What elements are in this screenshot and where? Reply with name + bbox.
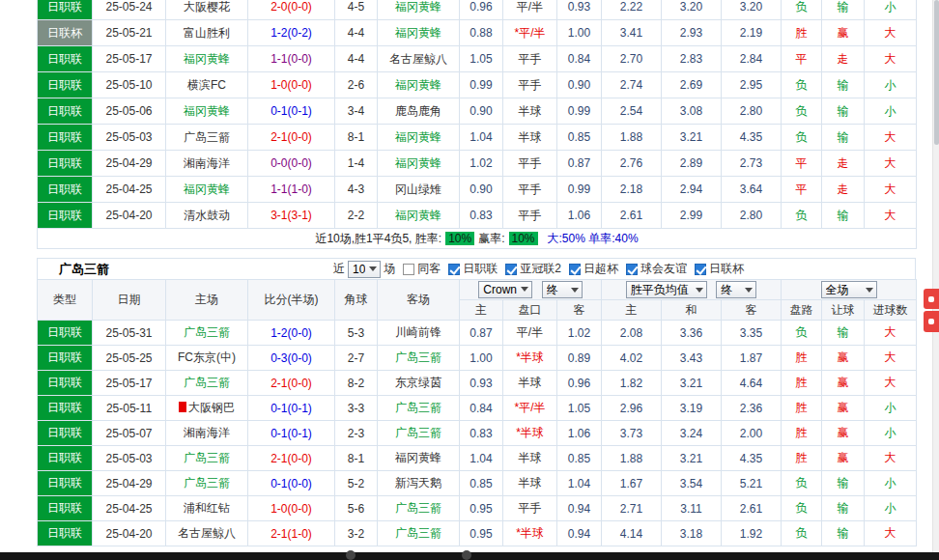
euro-home-odds: 1.88 bbox=[602, 446, 662, 471]
taskbar[interactable] bbox=[0, 552, 939, 560]
home-team[interactable]: 名古屋鲸八 bbox=[166, 521, 248, 546]
home-team[interactable]: 湘南海洋 bbox=[166, 151, 248, 177]
away-team[interactable]: 东京绿茵 bbox=[378, 371, 460, 396]
team2-recent-matches-table: 类型 日期 主场 比分(半场) 角球 客场 Crown 终 胜平负均值 终 全场 bbox=[37, 279, 917, 546]
league-filter-checkbox-leaguecup[interactable] bbox=[695, 264, 706, 275]
asian-handicap: 平手 bbox=[503, 46, 557, 72]
home-team[interactable]: 广岛三箭 bbox=[166, 446, 248, 471]
taskbar-icon[interactable] bbox=[462, 550, 471, 560]
away-team[interactable]: 广岛三箭 bbox=[378, 396, 460, 421]
away-team[interactable]: 福冈黄蜂 bbox=[378, 72, 460, 98]
match-score: 1-2(0-2) bbox=[248, 20, 335, 46]
away-team[interactable]: 福冈黄蜂 bbox=[378, 151, 460, 177]
asian-handicap: *半球 bbox=[503, 346, 557, 371]
home-team[interactable]: 福冈黄蜂 bbox=[166, 46, 248, 72]
euro-mean-select[interactable]: 胜平负均值 bbox=[626, 281, 707, 298]
handicap-result: 胜 bbox=[782, 396, 822, 421]
league-filter-checkbox-acl2[interactable] bbox=[505, 264, 517, 275]
away-team[interactable]: 冈山绿雉 bbox=[378, 177, 460, 203]
handicap-result: 胜 bbox=[782, 346, 822, 371]
home-team[interactable]: 福冈黄蜂 bbox=[166, 98, 248, 125]
away-team[interactable]: 新泻天鹅 bbox=[378, 471, 460, 496]
home-team[interactable]: 广岛三箭 bbox=[166, 471, 248, 496]
subcol-goals: 进球数 bbox=[865, 300, 917, 321]
asian-home-odds: 0.83 bbox=[460, 203, 503, 229]
away-team[interactable]: 福冈黄蜂 bbox=[378, 0, 460, 20]
away-team[interactable]: 福冈黄蜂 bbox=[378, 203, 460, 229]
home-team[interactable]: 广岛三箭 bbox=[166, 125, 248, 151]
asian-home-odds: 1.02 bbox=[460, 151, 503, 177]
asian-away-odds: 0.85 bbox=[557, 125, 602, 151]
col-date: 日期 bbox=[93, 280, 166, 321]
league-filter-label: 球会友谊 bbox=[640, 261, 687, 277]
match-date: 25-05-17 bbox=[93, 371, 166, 396]
league-filter-label: 日联杯 bbox=[709, 261, 744, 277]
league-badge: 日职联 bbox=[38, 72, 93, 98]
away-team[interactable]: 广岛三箭 bbox=[378, 496, 460, 521]
home-team[interactable]: FC东京(中) bbox=[166, 346, 248, 371]
league-badge: 日职联 bbox=[38, 203, 93, 229]
goals-result: 大 bbox=[865, 125, 917, 151]
match-count-select[interactable]: 10 bbox=[348, 261, 381, 278]
home-team[interactable]: 广岛三箭 bbox=[166, 321, 248, 346]
giveball-result: 输 bbox=[822, 125, 865, 151]
league-badge: 日职联 bbox=[38, 321, 93, 346]
match-row: 日职联25-05-31广岛三箭1-2(0-0)5-3川崎前锋0.87平/半1.0… bbox=[38, 321, 917, 346]
summary-row: 近10场,胜1平4负5, 胜率:10%赢率:10%大:50% 单率:40% bbox=[38, 229, 917, 249]
home-team[interactable]: 大阪樱花 bbox=[166, 0, 248, 20]
goals-result: 大 bbox=[865, 20, 917, 46]
euro-home-odds: 3.73 bbox=[602, 421, 662, 446]
home-team[interactable]: 湘南海洋 bbox=[166, 421, 248, 446]
league-badge: 日职联 bbox=[38, 496, 93, 521]
euro-away-odds: 2.84 bbox=[722, 46, 782, 72]
goals-result: 大 bbox=[865, 446, 917, 471]
chevron-down-icon bbox=[571, 288, 579, 293]
away-team[interactable]: 鹿岛鹿角 bbox=[378, 98, 460, 125]
floating-widget-bottom[interactable] bbox=[924, 311, 939, 332]
giveball-result: 输 bbox=[822, 72, 865, 98]
same-away-checkbox[interactable] bbox=[403, 264, 414, 275]
euro-home-odds: 2.70 bbox=[602, 46, 662, 72]
away-team[interactable]: 广岛三箭 bbox=[378, 421, 460, 446]
away-team[interactable]: 福冈黄蜂 bbox=[378, 446, 460, 471]
away-team[interactable]: 福冈黄蜂 bbox=[378, 125, 460, 151]
scrollbar-thumb[interactable] bbox=[934, 0, 939, 145]
away-team[interactable]: 名古屋鲸八 bbox=[378, 46, 460, 72]
handicap-result: 平 bbox=[782, 177, 822, 203]
page-scrollbar[interactable] bbox=[932, 0, 939, 560]
away-team[interactable]: 广岛三箭 bbox=[378, 521, 460, 546]
euro-draw-odds: 3.24 bbox=[662, 421, 722, 446]
home-team[interactable]: 福冈黄蜂 bbox=[166, 177, 248, 203]
col-corner: 角球 bbox=[335, 280, 378, 321]
taskbar-icon[interactable] bbox=[346, 550, 356, 560]
home-team[interactable]: 清水鼓动 bbox=[166, 203, 248, 229]
league-filter-checkbox-friendly[interactable] bbox=[626, 264, 638, 275]
away-team[interactable]: 川崎前锋 bbox=[378, 321, 460, 346]
home-team[interactable]: 富山胜利 bbox=[166, 20, 248, 46]
home-team[interactable]: 横滨FC bbox=[166, 72, 248, 98]
euro-draw-odds: 2.89 bbox=[662, 151, 722, 177]
league-filter-checkbox-supercup[interactable] bbox=[569, 264, 581, 275]
team2-rows: 日职联25-05-31广岛三箭1-2(0-0)5-3川崎前锋0.87平/半1.0… bbox=[38, 321, 917, 546]
floating-widget-top[interactable] bbox=[924, 289, 939, 309]
home-team[interactable]: 广岛三箭 bbox=[166, 371, 248, 396]
match-date: 25-05-24 bbox=[93, 0, 166, 20]
away-team[interactable]: 福冈黄蜂 bbox=[378, 20, 460, 46]
match-row: 日职联25-05-11大阪钢巴0-1(0-1)3-3广岛三箭0.84*平/半1.… bbox=[38, 396, 917, 421]
corner-score: 2-2 bbox=[335, 203, 378, 229]
giveball-result: 赢 bbox=[822, 421, 865, 446]
home-team[interactable]: 大阪钢巴 bbox=[166, 396, 248, 421]
asian-home-odds: 0.95 bbox=[460, 496, 503, 521]
odds-source-select[interactable]: Crown bbox=[478, 281, 532, 298]
league-filter-checkbox-jleague[interactable] bbox=[448, 264, 460, 275]
euro-final-select[interactable]: 终 bbox=[716, 281, 756, 298]
asian-home-odds: 0.83 bbox=[460, 421, 503, 446]
corner-score: 4-4 bbox=[335, 46, 378, 72]
scope-select[interactable]: 全场 bbox=[821, 281, 877, 298]
euro-odds-group-header: 胜平负均值 终 bbox=[602, 280, 782, 300]
asian-final-select[interactable]: 终 bbox=[542, 281, 583, 298]
handicap-result: 平 bbox=[782, 151, 822, 177]
chevron-down-icon bbox=[866, 288, 873, 293]
away-team[interactable]: 广岛三箭 bbox=[378, 346, 460, 371]
home-team[interactable]: 浦和红钻 bbox=[166, 496, 248, 521]
